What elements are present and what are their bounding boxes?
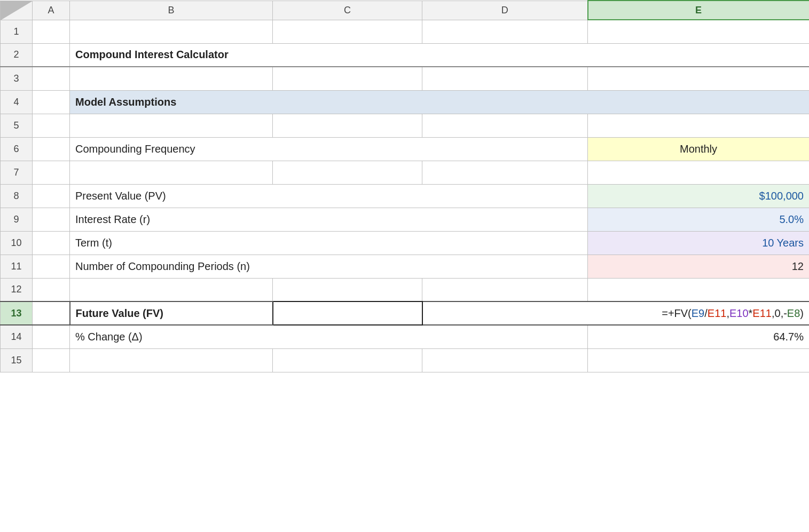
formula-e10: E10	[729, 307, 749, 319]
formula-e11-1: E11	[708, 307, 727, 319]
row-num-11: 11	[1, 255, 33, 278]
row-num-10: 10	[1, 231, 33, 255]
cell-a9	[33, 208, 70, 231]
cell-a14	[33, 325, 70, 348]
cell-e1	[588, 20, 810, 43]
row-num-13: 13	[1, 301, 33, 325]
row-num-1: 1	[1, 20, 33, 43]
cell-b12	[70, 278, 273, 301]
formula-e11-2: E11	[752, 307, 772, 319]
row-num-3: 3	[1, 67, 33, 90]
cell-d3	[422, 67, 588, 90]
formula-e8: E8	[787, 307, 800, 319]
cell-b1	[70, 20, 273, 43]
cell-a1	[33, 20, 70, 43]
row-num-12: 12	[1, 278, 33, 301]
cell-a3	[33, 67, 70, 90]
cell-c5	[273, 114, 422, 137]
row-num-2: 2	[1, 43, 33, 67]
col-header-c: C	[273, 1, 422, 20]
cell-d15	[422, 348, 588, 372]
cell-a12	[33, 278, 70, 301]
cell-c12	[273, 278, 422, 301]
row-num-7: 7	[1, 161, 33, 184]
spreadsheet-title: Compound Interest Calculator	[70, 43, 810, 67]
cell-fv-formula: =+FV(E9/E11,E10*E11,0,-E8)	[422, 301, 810, 325]
cell-a6	[33, 137, 70, 161]
cell-pct-change-value: 64.7%	[588, 325, 810, 348]
cell-a7	[33, 161, 70, 184]
formula-close: )	[800, 307, 804, 319]
cell-a4	[33, 90, 70, 114]
cell-d7	[422, 161, 588, 184]
cell-monthly[interactable]: Monthly	[588, 137, 810, 161]
cell-e7	[588, 161, 810, 184]
cell-c13	[273, 301, 422, 325]
cell-a2	[33, 43, 70, 67]
row-num-15: 15	[1, 348, 33, 372]
formula-prefix: =+FV(	[662, 307, 692, 319]
cell-a8	[33, 184, 70, 208]
col-header-a: A	[33, 1, 70, 20]
row-num-5: 5	[1, 114, 33, 137]
row-num-14: 14	[1, 325, 33, 348]
cell-e15	[588, 348, 810, 372]
row-num-6: 6	[1, 137, 33, 161]
spreadsheet: A B C D E 1 2 Compound Interest Calculat…	[0, 0, 809, 372]
cell-c7	[273, 161, 422, 184]
label-present-value: Present Value (PV)	[70, 184, 588, 208]
cell-e3	[588, 67, 810, 90]
cell-compounding-periods[interactable]: 12	[588, 255, 810, 278]
cell-b3	[70, 67, 273, 90]
label-term: Term (t)	[70, 231, 588, 255]
cell-e5	[588, 114, 810, 137]
cell-interest-rate[interactable]: 5.0%	[588, 208, 810, 231]
cell-a5	[33, 114, 70, 137]
cell-a11	[33, 255, 70, 278]
label-interest-rate: Interest Rate (r)	[70, 208, 588, 231]
col-header-d: D	[422, 1, 588, 20]
formula-suffix: ,0,-	[772, 307, 787, 319]
cell-a13	[33, 301, 70, 325]
corner-cell	[1, 1, 33, 20]
cell-b15	[70, 348, 273, 372]
cell-d5	[422, 114, 588, 137]
cell-c1	[273, 20, 422, 43]
cell-future-value-label: Future Value (FV)	[70, 301, 273, 325]
section-header: Model Assumptions	[70, 90, 810, 114]
cell-present-value[interactable]: $100,000	[588, 184, 810, 208]
cell-d1	[422, 20, 588, 43]
label-compounding-frequency: Compounding Frequency	[70, 137, 588, 161]
col-header-b: B	[70, 1, 273, 20]
row-num-9: 9	[1, 208, 33, 231]
cell-c15	[273, 348, 422, 372]
row-num-8: 8	[1, 184, 33, 208]
cell-e12	[588, 278, 810, 301]
cell-d12	[422, 278, 588, 301]
label-compounding-periods: Number of Compounding Periods (n)	[70, 255, 588, 278]
cell-b7	[70, 161, 273, 184]
row-num-4: 4	[1, 90, 33, 114]
cell-a10	[33, 231, 70, 255]
col-header-e: E	[588, 1, 810, 20]
cell-c3	[273, 67, 422, 90]
formula-e9: E9	[692, 307, 704, 319]
cell-term[interactable]: 10 Years	[588, 231, 810, 255]
cell-b5	[70, 114, 273, 137]
cell-a15	[33, 348, 70, 372]
label-pct-change: % Change (Δ)	[70, 325, 588, 348]
